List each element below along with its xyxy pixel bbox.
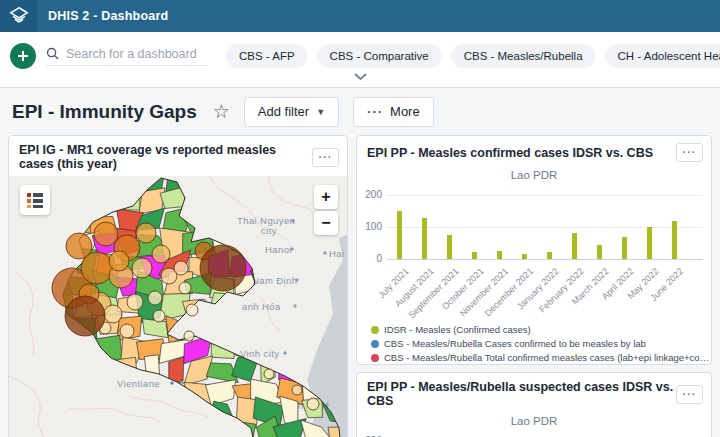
city-dot-icon [170, 381, 173, 384]
map-zoom-out-button[interactable]: − [314, 211, 338, 235]
case-bubble [264, 369, 274, 379]
dashboard-chips: CBS - AFPCBS - ComparativeCBS - Measles/… [226, 44, 720, 68]
map-canvas[interactable]: Thai NguyencityHanoiNam ĐịnhHaianh HóaVi… [9, 176, 347, 437]
ellipsis-icon: ··· [367, 104, 383, 119]
case-bubble [307, 398, 319, 410]
case-bubble [179, 282, 191, 294]
city-dot-icon [291, 219, 294, 222]
laos-map: Thai NguyencityHanoiNam ĐịnhHaianh HóaVi… [9, 176, 347, 437]
city-label: Nam Định [252, 275, 297, 286]
chart-card-title: EPI PP - Measles/Rubella suspected cases… [367, 380, 676, 408]
plus-icon [16, 49, 30, 63]
chart-card-title: EPI PP - Measles confirmed cases IDSR vs… [367, 146, 653, 160]
legend-list-icon [26, 191, 44, 209]
map-card-more-button[interactable]: ··· [312, 148, 339, 167]
dashboard-chip[interactable]: CBS - AFP [226, 44, 308, 68]
chart-card-more-button[interactable]: ··· [676, 385, 703, 404]
bar [647, 227, 652, 259]
city-dot-icon [283, 351, 286, 354]
map-legend-button[interactable] [20, 185, 50, 215]
dashboard-title: EPI - Immunity Gaps [12, 101, 197, 123]
case-bubble [153, 310, 165, 322]
case-bubble [136, 223, 156, 243]
city-label: city [261, 225, 277, 236]
case-bubble [65, 296, 105, 336]
y-axis-label: 100 [357, 221, 382, 232]
chart-subtitle: Lao PDR [357, 169, 711, 181]
case-bubble [200, 245, 246, 291]
dashboard-search [46, 47, 208, 66]
case-bubble [94, 222, 118, 246]
bar [422, 218, 427, 259]
case-bubble [127, 294, 143, 310]
bar [497, 251, 502, 259]
legend-item: CBS - Measles/Rubella Cases confirmed to… [371, 338, 711, 349]
bar [522, 254, 527, 259]
y-axis-label: 0 [357, 253, 382, 264]
star-icon[interactable]: ☆ [213, 102, 230, 121]
legend-item: CBS - Measles/Rubella Total confirmed me… [371, 352, 711, 363]
add-filter-button[interactable]: Add filter ▼ [244, 97, 339, 127]
dashboards-bar: CBS - AFPCBS - ComparativeCBS - Measles/… [0, 32, 720, 88]
bar [622, 237, 627, 259]
chart-card-more-button[interactable]: ··· [676, 143, 703, 162]
city-dot-icon [293, 304, 296, 307]
app-title: DHIS 2 - Dashboard [37, 0, 168, 32]
dhis2-layers-icon [8, 5, 30, 27]
dashboard-chip[interactable]: CBS - Comparative [317, 44, 442, 68]
gridline [387, 259, 703, 260]
dashboard-chip[interactable]: CH - Adolescent Health [605, 44, 720, 68]
case-bubble [174, 261, 188, 275]
legend-label: CBS - Measles/Rubella Cases confirmed to… [384, 338, 646, 349]
bar [672, 221, 677, 259]
bar [397, 211, 402, 259]
chart-card-suspected-cases: EPI PP - Measles/Rubella suspected cases… [356, 372, 712, 437]
dashboard-app: DHIS 2 - Dashboard CBS - AFPCBS - Compar… [0, 0, 720, 437]
city-label: Hai [329, 248, 344, 259]
gridline [387, 227, 703, 228]
bar [472, 252, 477, 259]
bar [572, 233, 577, 259]
city-label: Vientiane [117, 378, 160, 389]
city-dot-icon [295, 278, 298, 281]
caret-down-icon: ▼ [316, 107, 325, 117]
legend-dot-icon [371, 326, 379, 334]
case-bubble [66, 233, 92, 259]
city-dot-icon [323, 251, 326, 254]
more-button[interactable]: ··· More [353, 97, 434, 127]
bar-chart: 0100200July 2021August 2021September 202… [357, 433, 711, 437]
city-label: anh Hóa [242, 301, 281, 312]
city-label: Vinh city [240, 348, 279, 359]
map-zoom-in-button[interactable]: + [314, 185, 338, 209]
case-bubble [292, 385, 302, 395]
case-bubble [148, 291, 162, 305]
app-header: DHIS 2 - Dashboard [0, 0, 720, 32]
y-axis-label: 200 [357, 189, 382, 200]
map-card: EPI IG - MR1 coverage vs reported measle… [8, 135, 348, 437]
map-card-title: EPI IG - MR1 coverage vs reported measle… [19, 143, 312, 171]
legend-label: IDSR - Measles (Confirmed cases) [384, 324, 531, 335]
bar [447, 235, 452, 259]
search-input[interactable] [66, 47, 204, 61]
chart-legend: IDSR - Measles (Confirmed cases)CBS - Me… [371, 324, 711, 363]
chevron-down-icon[interactable] [353, 72, 368, 81]
legend-dot-icon [371, 354, 379, 362]
chart-card-measles-confirmed: EPI PP - Measles confirmed cases IDSR vs… [356, 135, 712, 365]
case-bubble [120, 324, 134, 338]
legend-label: CBS - Measles/Rubella Total confirmed me… [384, 352, 711, 363]
legend-dot-icon [371, 340, 379, 348]
case-bubble [109, 251, 129, 271]
city-label: Hanoi [265, 244, 292, 255]
dashboard-chip[interactable]: CBS - Measles/Rubella [451, 44, 596, 68]
bar-chart: 0100200July 2021August 2021September 202… [357, 187, 711, 267]
case-bubble [104, 305, 122, 323]
search-icon [46, 47, 59, 60]
bar [597, 245, 602, 259]
case-bubble [152, 245, 170, 263]
bar [547, 252, 552, 259]
dhis2-logo[interactable] [0, 0, 37, 32]
city-dot-icon [290, 247, 293, 250]
new-dashboard-button[interactable] [10, 43, 36, 69]
case-bubble [186, 304, 198, 316]
gridline [387, 195, 703, 196]
